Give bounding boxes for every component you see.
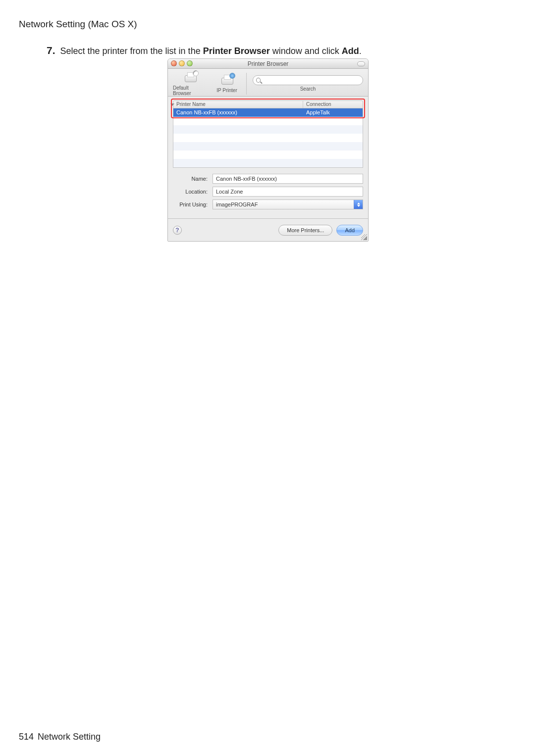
resize-grip-icon[interactable] [361, 234, 367, 240]
toolbar: Default Browser IP Printer Search [168, 69, 368, 97]
instruction-bold-2: Add [342, 46, 359, 56]
instruction-pre: Select the printer from the list in the [60, 46, 203, 56]
window-controls [171, 60, 193, 66]
default-browser-label: Default Browser [173, 85, 208, 96]
page-footer: 514Network Setting [19, 732, 101, 742]
name-label: Name: [173, 176, 213, 182]
column-connection[interactable]: Connection [303, 101, 363, 108]
default-browser-button[interactable]: Default Browser [173, 71, 208, 96]
name-field[interactable]: Canon NB-xxFB (xxxxxx) [213, 174, 363, 184]
list-item[interactable]: Canon NB-xxFB (xxxxxx) AppleTalk [173, 108, 363, 117]
toolbar-divider [246, 73, 247, 95]
print-using-label: Print Using: [173, 202, 213, 207]
list-body[interactable]: Canon NB-xxFB (xxxxxx) AppleTalk [173, 108, 363, 168]
sort-indicator-icon [170, 103, 174, 106]
instruction-mid: window and click [270, 46, 342, 56]
add-button[interactable]: Add [336, 225, 363, 236]
ip-printer-button[interactable]: IP Printer [214, 74, 240, 93]
window-title: Printer Browser [248, 60, 289, 67]
page-header: Network Setting (Mac OS X) [19, 19, 137, 30]
search-group: Search [253, 75, 363, 92]
list-item-empty [173, 134, 363, 142]
search-icon [256, 78, 261, 83]
ip-printer-label: IP Printer [216, 88, 237, 93]
list-item-empty [173, 117, 363, 125]
default-browser-icon [183, 71, 198, 84]
step-number: 7. [47, 45, 55, 56]
instruction-post: . [359, 46, 362, 56]
col-conn-label: Connection [306, 101, 331, 107]
list-item-connection: AppleTalk [303, 108, 363, 117]
list-item-empty [173, 125, 363, 134]
ip-printer-icon [219, 74, 234, 87]
toolbar-toggle-icon[interactable] [357, 61, 365, 66]
page-number: 514 [19, 732, 34, 742]
help-button[interactable]: ? [173, 226, 182, 235]
printer-browser-window: Printer Browser Default Browser IP Print… [167, 58, 369, 242]
list-item-empty [173, 142, 363, 151]
search-input[interactable] [263, 77, 360, 84]
search-label: Search [300, 86, 316, 92]
search-field[interactable] [253, 75, 363, 85]
location-label: Location: [173, 189, 213, 195]
list-item-empty [173, 159, 363, 167]
titlebar: Printer Browser [168, 59, 368, 69]
instruction-step: 7. Select the printer from the list in t… [47, 45, 362, 56]
dialog-footer: ? More Printers... Add [168, 218, 368, 241]
close-icon[interactable] [171, 60, 177, 66]
location-field[interactable]: Local Zone [213, 187, 363, 197]
more-printers-button[interactable]: More Printers... [278, 225, 332, 236]
list-header: Printer Name Connection [173, 101, 363, 108]
minimize-icon[interactable] [179, 60, 185, 66]
list-item-name: Canon NB-xxFB (xxxxxx) [173, 108, 303, 117]
zoom-icon[interactable] [187, 60, 193, 66]
column-printer-name[interactable]: Printer Name [173, 101, 303, 108]
print-using-value: imagePROGRAF [216, 202, 258, 207]
printer-details: Name: Canon NB-xxFB (xxxxxx) Location: L… [173, 174, 363, 209]
chevron-up-down-icon [354, 200, 363, 209]
list-item-empty [173, 151, 363, 159]
print-using-select[interactable]: imagePROGRAF [213, 200, 363, 209]
instruction-text: Select the printer from the list in the … [60, 46, 362, 56]
col-name-label: Printer Name [176, 101, 206, 107]
footer-text: Network Setting [38, 732, 101, 742]
printer-list: Printer Name Connection Canon NB-xxFB (x… [173, 101, 363, 168]
instruction-bold-1: Printer Browser [203, 46, 270, 56]
